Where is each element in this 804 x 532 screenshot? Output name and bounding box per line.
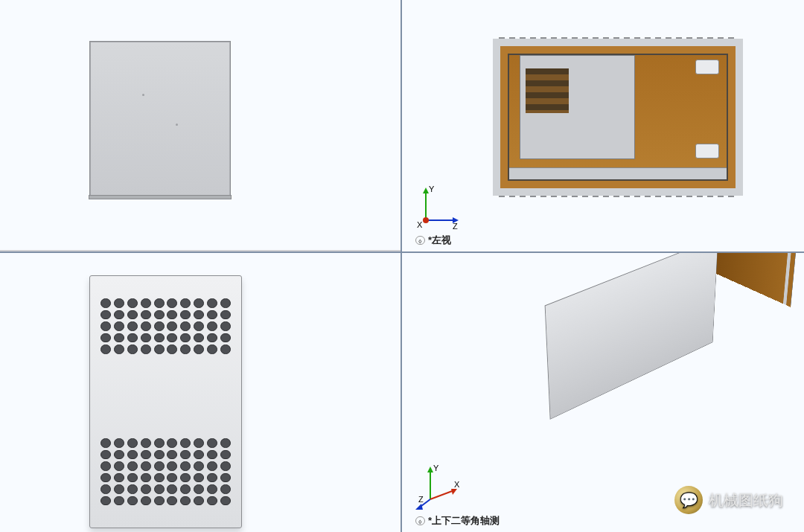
watermark-text: 机械图纸狗 — [709, 490, 783, 510]
vent-slot — [100, 310, 111, 320]
vent-slot — [141, 496, 151, 506]
vent-slot — [154, 484, 165, 494]
axis-y-label: Y — [433, 464, 439, 472]
vent-slot — [127, 298, 138, 308]
model-open-enclosure[interactable] — [499, 45, 737, 190]
view-label-text: *左视 — [428, 234, 451, 247]
vent-slot — [180, 298, 191, 308]
iso-face-front — [545, 253, 718, 420]
vent-slot — [207, 461, 217, 471]
vent-slot — [154, 473, 165, 483]
vent-slot — [194, 484, 204, 494]
vent-slot — [220, 496, 231, 506]
model-top-panel[interactable] — [89, 275, 242, 528]
vent-slot — [100, 461, 111, 471]
link-icon: ⬨ — [415, 236, 425, 245]
link-icon: ⬨ — [415, 516, 425, 525]
vent-slot — [127, 438, 138, 448]
svg-point-4 — [423, 217, 429, 223]
watermark-icon: 💬 — [674, 486, 703, 514]
axis-x-label: X — [417, 220, 423, 229]
vent-slot — [154, 450, 165, 460]
vent-slot — [114, 438, 124, 448]
vent-slot — [220, 461, 231, 471]
vent-slot — [141, 473, 151, 483]
hole-marker — [142, 94, 144, 96]
vent-slot — [194, 473, 204, 483]
vent-slot — [114, 298, 124, 308]
vent-slot — [194, 496, 204, 506]
enclosure-interior — [508, 54, 728, 181]
view-label-left[interactable]: ⬨ *左视 — [415, 234, 451, 247]
vent-slot — [114, 310, 124, 320]
vent-grid — [167, 438, 231, 505]
vent-slot — [100, 321, 111, 331]
vent-slot — [180, 496, 191, 506]
model-isometric[interactable] — [469, 260, 782, 513]
viewport-front[interactable] — [0, 0, 402, 253]
vent-slot — [220, 310, 231, 320]
vent-slot — [220, 438, 231, 448]
vent-slot — [114, 473, 124, 483]
vent-slot — [167, 473, 177, 483]
vent-slot — [141, 333, 151, 343]
vent-slot — [194, 321, 204, 331]
vent-slot — [141, 438, 151, 448]
vent-slot — [167, 310, 177, 320]
vent-slot — [154, 310, 165, 320]
vent-slot — [194, 310, 204, 320]
axis-z-label: Z — [418, 495, 424, 504]
vent-slot — [194, 333, 204, 343]
vent-slot — [180, 310, 191, 320]
vent-slot — [154, 461, 165, 471]
vent-slot — [167, 321, 177, 331]
vent-slot — [220, 321, 231, 331]
vent-slot — [127, 333, 138, 343]
vent-slot — [207, 496, 217, 506]
component-cap — [695, 60, 719, 74]
vent-slot — [100, 450, 111, 460]
vent-slot — [167, 484, 177, 494]
vent-slot — [127, 496, 138, 506]
vent-slot — [114, 461, 124, 471]
svg-line-7 — [430, 490, 454, 499]
vent-slot — [114, 344, 124, 354]
vent-slot — [220, 344, 231, 354]
vent-slot — [180, 461, 191, 471]
vent-slot — [207, 321, 217, 331]
view-label-iso[interactable]: ⬨ *上下二等角轴测 — [415, 514, 500, 528]
vent-slot — [180, 321, 191, 331]
vent-slot — [100, 484, 111, 494]
viewport-left[interactable]: Y Z X ⬨ *左视 — [402, 0, 804, 253]
vent-slot — [127, 310, 138, 320]
vent-slot — [180, 438, 191, 448]
vent-slot — [207, 484, 217, 494]
vent-edge-top — [499, 37, 737, 43]
vent-slot — [194, 450, 204, 460]
vent-slot — [180, 484, 191, 494]
vent-slot — [167, 438, 177, 448]
axis-y-label: Y — [429, 185, 435, 193]
vent-slot — [167, 298, 177, 308]
four-view-grid: Y Z X ⬨ *左视 — [0, 0, 804, 532]
vent-slot — [114, 484, 124, 494]
view-label-text: *上下二等角轴测 — [428, 514, 500, 528]
vent-slot — [207, 310, 217, 320]
vent-slot — [141, 321, 151, 331]
vent-slot — [154, 321, 165, 331]
viewport-top[interactable] — [0, 253, 402, 532]
model-side-panel[interactable] — [89, 41, 231, 197]
panel-bottom-edge — [89, 195, 232, 199]
vent-grid — [167, 298, 231, 354]
vent-slot — [100, 344, 111, 354]
bottom-rail — [509, 167, 727, 179]
vent-slot — [127, 344, 138, 354]
vent-slot — [114, 333, 124, 343]
vent-slot — [141, 344, 151, 354]
vent-slot — [207, 333, 217, 343]
vent-slot — [180, 450, 191, 460]
vent-slot — [127, 484, 138, 494]
vent-slot — [114, 496, 124, 506]
vent-slot — [100, 496, 111, 506]
vent-slot — [141, 461, 151, 471]
